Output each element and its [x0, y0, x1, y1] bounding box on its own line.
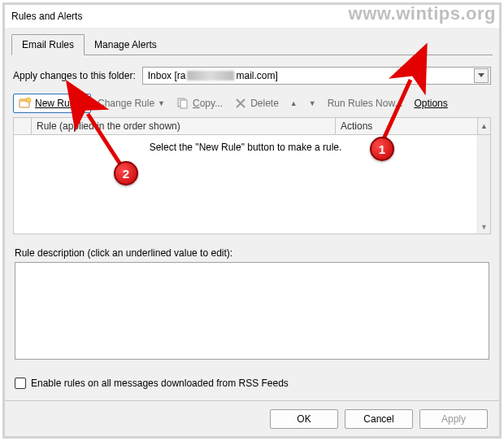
- delete-label: Delete: [250, 98, 279, 109]
- grid-handle-col: [14, 118, 32, 134]
- rules-grid-header: Rule (applied in the order shown) Action…: [13, 117, 491, 135]
- rss-checkbox[interactable]: [15, 378, 26, 389]
- tab-email-rules[interactable]: Email Rules: [11, 34, 85, 55]
- run-rules-label: Run Rules Now...: [328, 98, 403, 109]
- svg-point-2: [26, 98, 31, 103]
- svg-rect-4: [180, 100, 187, 108]
- grid-col-actions[interactable]: Actions: [336, 118, 477, 134]
- tab-strip: Email Rules Manage Alerts: [11, 34, 493, 55]
- options-label: Options: [414, 98, 447, 109]
- new-rule-button[interactable]: New Rule...: [13, 94, 91, 113]
- new-rule-label: New Rule...: [35, 98, 85, 109]
- chevron-down-icon: [478, 73, 484, 78]
- folder-row: Apply changes to this folder: Inbox [ram…: [13, 67, 491, 85]
- delete-button[interactable]: Delete: [229, 94, 284, 112]
- window-titlebar: Rules and Alerts: [5, 5, 499, 28]
- change-rule-label: Change Rule: [98, 98, 154, 109]
- rules-grid-empty: Select the "New Rule" button to make a r…: [14, 135, 477, 234]
- grid-scroll-up[interactable]: ▲: [477, 118, 490, 134]
- tab-manage-alerts[interactable]: Manage Alerts: [85, 35, 167, 55]
- copy-button[interactable]: Copy...: [172, 94, 228, 112]
- apply-button[interactable]: Apply: [419, 409, 488, 429]
- new-rule-icon: [19, 97, 32, 110]
- ok-button[interactable]: OK: [270, 409, 338, 429]
- description-box[interactable]: [15, 262, 489, 360]
- move-up-button[interactable]: ▲: [285, 97, 302, 110]
- folder-value: Inbox [ramail.com]: [148, 70, 278, 81]
- grid-col-rule[interactable]: Rule (applied in the order shown): [32, 118, 336, 134]
- tab-label: Email Rules: [22, 39, 74, 50]
- move-down-button[interactable]: ▼: [304, 97, 321, 110]
- copy-label: Copy...: [193, 98, 223, 109]
- rss-label: Enable rules on all messages downloaded …: [31, 378, 289, 389]
- rules-and-alerts-window: Rules and Alerts Email Rules Manage Aler…: [2, 2, 502, 439]
- rss-row: Enable rules on all messages downloaded …: [15, 378, 489, 389]
- triangle-down-icon: ▼: [478, 220, 490, 234]
- description-label: Rule description (click an underlined va…: [15, 247, 489, 259]
- toolbar: New Rule... Change Rule ▼ Copy... Delete…: [13, 93, 491, 114]
- chevron-down-icon: ▼: [158, 99, 165, 107]
- rules-grid-body: Select the "New Rule" button to make a r…: [13, 135, 491, 234]
- window-title: Rules and Alerts: [11, 11, 82, 22]
- folder-label: Apply changes to this folder:: [13, 70, 136, 81]
- delete-icon: [234, 97, 247, 110]
- tab-label: Manage Alerts: [94, 39, 157, 50]
- change-rule-button[interactable]: Change Rule ▼: [93, 95, 170, 111]
- folder-dropdown-button[interactable]: [474, 68, 489, 83]
- triangle-up-icon: ▲: [290, 99, 298, 107]
- copy-icon: [176, 97, 189, 110]
- grid-scrollbar[interactable]: ▼: [477, 135, 490, 234]
- redacted-text: [187, 71, 234, 81]
- cancel-button[interactable]: Cancel: [345, 409, 413, 429]
- dialog-footer: OK Cancel Apply: [5, 400, 499, 436]
- options-button[interactable]: Options: [409, 95, 452, 111]
- empty-message: Select the "New Rule" button to make a r…: [150, 142, 342, 153]
- window-content: Email Rules Manage Alerts Apply changes …: [5, 28, 499, 389]
- triangle-up-icon: ▲: [480, 122, 488, 130]
- run-rules-button[interactable]: Run Rules Now...: [323, 95, 408, 111]
- folder-select[interactable]: Inbox [ramail.com]: [142, 67, 491, 85]
- triangle-down-icon: ▼: [309, 99, 316, 107]
